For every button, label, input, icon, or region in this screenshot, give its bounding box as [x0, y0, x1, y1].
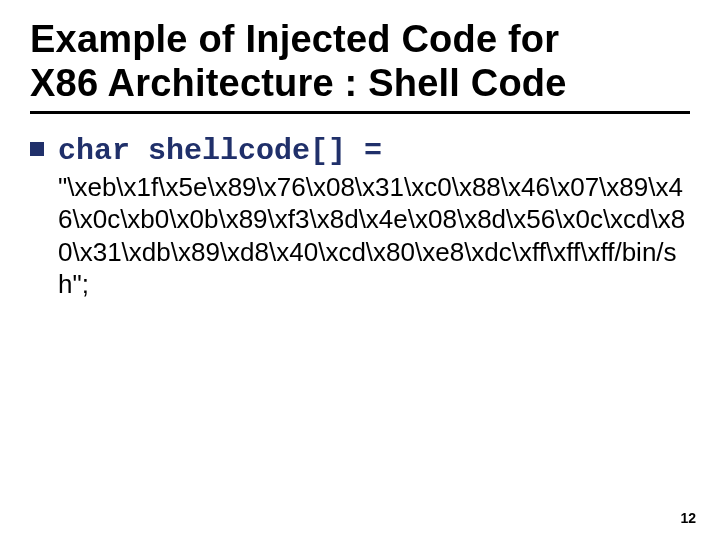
code-declaration: char shellcode[] =: [58, 132, 382, 170]
title-divider: [30, 111, 690, 114]
shellcode-string: "\xeb\x1f\x5e\x89\x76\x08\x31\xc0\x88\x4…: [58, 171, 690, 301]
title-line-2: X86 Architecture : Shell Code: [30, 62, 567, 104]
title-line-1: Example of Injected Code for: [30, 18, 559, 60]
bullet-item: char shellcode[] =: [30, 132, 690, 170]
page-number: 12: [680, 510, 696, 526]
slide-title: Example of Injected Code for X86 Archite…: [30, 18, 690, 105]
bullet-square-icon: [30, 142, 44, 156]
slide-body: char shellcode[] = "\xeb\x1f\x5e\x89\x76…: [30, 132, 690, 300]
slide: Example of Injected Code for X86 Archite…: [0, 0, 720, 540]
